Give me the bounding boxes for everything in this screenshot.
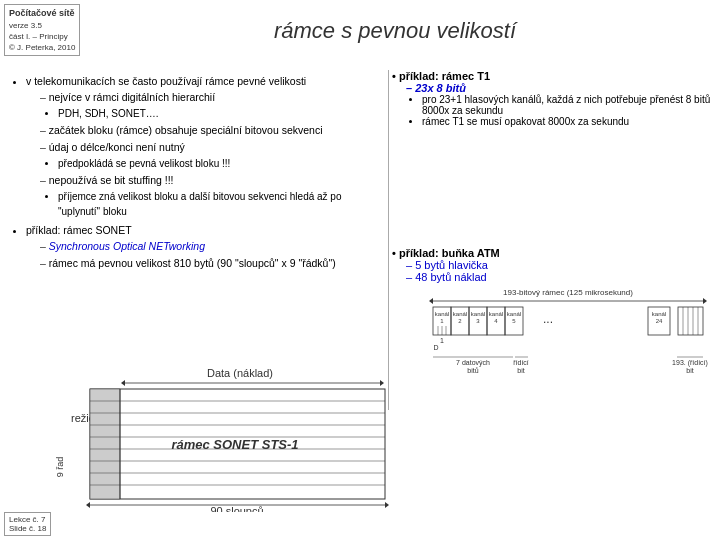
svg-text:9 řad: 9 řad: [55, 457, 65, 478]
svg-marker-3: [703, 298, 707, 304]
svg-text:1: 1: [440, 318, 444, 324]
sub-item-1-2: začátek bloku (rámce) obsahuje speciální…: [40, 123, 380, 139]
example-atm-section: • příklad: buňka ATM – 5 bytů hlavička –…: [392, 247, 716, 283]
svg-text:bit: bit: [686, 367, 693, 374]
svg-text:bit: bit: [517, 367, 524, 374]
svg-marker-45: [380, 380, 384, 386]
sub-item-2-2: rámec má pevnou velikost 810 bytů (90 "s…: [40, 256, 380, 272]
svg-text:bitů: bitů: [467, 367, 478, 374]
example2-sub1: – 5 bytů hlavička: [392, 259, 716, 271]
example1-sub1: – 23x 8 bitů: [392, 82, 716, 94]
example1-bullet2: rámec T1 se musí opakovat 8000x za sekun…: [422, 116, 716, 127]
sub-sub-1-4-1: příjemce zná velikost bloku a další bito…: [58, 189, 380, 219]
svg-text:193-bitový rámec  (125 mikrose: 193-bitový rámec (125 mikrosekund): [503, 288, 633, 297]
sub-item-1-1: nejvíce v rámci digitálních hierarchií P…: [40, 90, 380, 121]
sonet-diagram: Data (náklad) režie 9 řad rámec SONET ST…: [55, 367, 395, 512]
svg-text:2: 2: [458, 318, 462, 324]
page-title: rámce s pevnou velikostí: [80, 18, 710, 44]
svg-text:kanál: kanál: [471, 311, 485, 317]
left-bullet-2: příklad: rámec SONET Synchronous Optical…: [26, 223, 380, 272]
svg-marker-44: [121, 380, 125, 386]
sonet-svg: Data (náklad) režie 9 řad rámec SONET ST…: [55, 367, 395, 512]
svg-text:24: 24: [656, 318, 663, 324]
svg-text:Data (náklad): Data (náklad): [207, 367, 273, 379]
svg-text:řídící: řídící: [513, 359, 529, 366]
svg-text:D: D: [433, 344, 438, 351]
svg-text:1: 1: [440, 337, 444, 344]
sub-item-1-4: nepoužívá se bit stuffing !!! příjemce z…: [40, 173, 380, 219]
svg-text:rámec SONET STS-1: rámec SONET STS-1: [171, 437, 298, 452]
svg-text:4: 4: [494, 318, 498, 324]
svg-text:3: 3: [476, 318, 480, 324]
branding-part: část I. – Principy: [9, 31, 75, 42]
branding-copyright: © J. Peterka, 2010: [9, 42, 75, 53]
svg-text:kanál: kanál: [489, 311, 503, 317]
footer-line2: Slide č. 18: [9, 524, 46, 533]
right-column: • příklad: rámec T1 – 23x 8 bitů pro 23+…: [392, 70, 716, 291]
column-divider: [388, 70, 389, 410]
svg-text:7 datových: 7 datových: [456, 359, 490, 367]
footer-line1: Lekce č. 7: [9, 515, 46, 524]
example-t1-section: • příklad: rámec T1 – 23x 8 bitů pro 23+…: [392, 70, 716, 127]
sub-item-2-1: Synchronous Optical NETworking: [40, 239, 380, 255]
svg-marker-61: [86, 502, 90, 508]
svg-rect-49: [90, 389, 120, 499]
left-bullet-1: v telekomunikacích se často používají rá…: [26, 74, 380, 219]
svg-text:kanál: kanál: [507, 311, 521, 317]
left-column: v telekomunikacích se často používají rá…: [0, 70, 388, 280]
sub-sub-1-1-1: PDH, SDH, SONET….: [58, 106, 380, 121]
example1-title: • příklad: rámec T1: [392, 70, 716, 82]
t1-svg: 193-bitový rámec (125 mikrosekund) kanál…: [428, 285, 708, 385]
svg-text:90 sloupců: 90 sloupců: [210, 505, 263, 512]
svg-text:kanál: kanál: [453, 311, 467, 317]
t1-diagram: 193-bitový rámec (125 mikrosekund) kanál…: [428, 285, 708, 385]
branding-box: Počítačové sítě verze 3.5 část I. – Prin…: [4, 4, 80, 56]
example2-title: • příklad: buňka ATM: [392, 247, 716, 259]
svg-text:193. (řídící): 193. (řídící): [672, 359, 708, 367]
svg-text:kanál: kanál: [652, 311, 666, 317]
example1-bullets: pro 23+1 hlasových kanálů, každá z nich …: [392, 94, 716, 127]
sub-sub-1-3-1: předpokládá se pevná velikost bloku !!!: [58, 156, 380, 171]
svg-marker-62: [385, 502, 389, 508]
branding-title: Počítačové sítě: [9, 7, 75, 20]
svg-marker-2: [429, 298, 433, 304]
branding-version: verze 3.5: [9, 20, 75, 31]
footer: Lekce č. 7 Slide č. 18: [4, 512, 51, 536]
sub-item-1-3: údaj o délce/konci není nutný předpoklád…: [40, 140, 380, 171]
svg-text:...: ...: [543, 312, 553, 326]
svg-text:kanál: kanál: [435, 311, 449, 317]
example2-sub2: – 48 bytů náklad: [392, 271, 716, 283]
svg-text:5: 5: [512, 318, 516, 324]
example1-bullet1: pro 23+1 hlasových kanálů, každá z nich …: [422, 94, 716, 116]
svg-rect-23: [678, 307, 703, 335]
